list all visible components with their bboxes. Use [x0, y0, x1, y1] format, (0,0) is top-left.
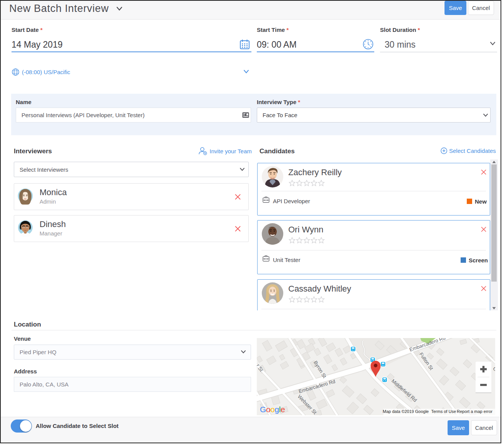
- svg-text:Report a map error: Report a map error: [457, 409, 492, 414]
- svg-text:Map data ©2019 Google: Map data ©2019 Google: [383, 409, 429, 414]
- svg-text:Terms of Use: Terms of Use: [431, 409, 456, 414]
- svg-text:Google: Google: [260, 405, 285, 414]
